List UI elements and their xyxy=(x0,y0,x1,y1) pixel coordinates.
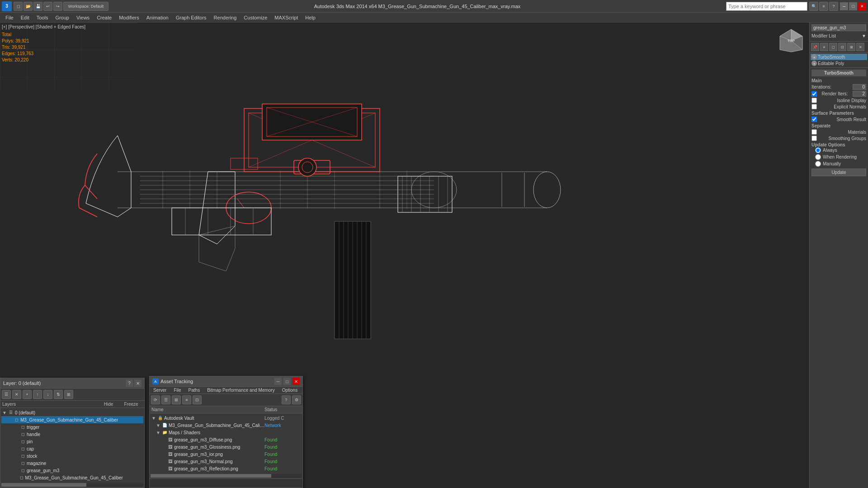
menu-rendering[interactable]: Rendering xyxy=(210,14,241,21)
asset-list-item[interactable]: 🖼 grease_gun_m3_Glossiness.png Found xyxy=(151,443,302,450)
layer-tool-4[interactable]: ↓ xyxy=(43,390,52,399)
asset-list-item[interactable]: 🖼 grease_gun_m3_Reflection.png Found xyxy=(151,465,302,472)
open-button[interactable]: 📂 xyxy=(24,2,33,11)
ts-explicit-checkbox[interactable] xyxy=(811,104,817,109)
ts-when-rendering-radio[interactable] xyxy=(815,154,821,160)
menu-help[interactable]: Help xyxy=(302,14,319,21)
layer-item-name: M3_Grease_Gun_Submachine_Gun_45_Caliber xyxy=(25,475,123,480)
menu-customize[interactable]: Customize xyxy=(240,14,271,21)
menu-create[interactable]: Create xyxy=(93,14,115,21)
ts-update-button[interactable]: Update xyxy=(811,169,866,176)
asset-menu-item[interactable]: Paths xyxy=(185,387,204,394)
asset-list-item[interactable]: ▼ 📄 M3_Grease_Gun_Submachine_Gun_45_Cali… xyxy=(151,422,302,429)
ts-materials-checkbox[interactable] xyxy=(811,129,817,135)
asset-menu-item[interactable]: File xyxy=(170,387,184,394)
layer-tool-5[interactable]: ⇅ xyxy=(54,390,63,399)
layer-list-item[interactable]: ◻ M3_Grease_Gun_Submachine_Gun_45_Calibe… xyxy=(1,474,143,481)
menu-modifiers[interactable]: Modifiers xyxy=(115,14,143,21)
modifier-turbosmooth[interactable]: ● TurboSmooth xyxy=(811,54,867,60)
minimize-button[interactable]: ─ xyxy=(840,2,848,10)
undo-button[interactable]: ↩ xyxy=(43,2,52,11)
ts-smoothing-groups-checkbox[interactable] xyxy=(811,136,817,141)
asset-tool-1[interactable]: ⟳ xyxy=(151,395,160,404)
asset-scrollbar-h[interactable] xyxy=(151,474,302,478)
layer-tool-3[interactable]: ↑ xyxy=(33,390,42,399)
asset-menu-item[interactable]: Bitmap Performance and Memory xyxy=(203,387,278,394)
close-button[interactable]: ✕ xyxy=(858,2,866,10)
mod-icon-stack[interactable]: ≡ xyxy=(820,43,828,51)
new-button[interactable]: ◻ xyxy=(14,2,23,11)
layer-scrollbar-h[interactable] xyxy=(1,483,143,487)
layer-close-button[interactable]: ✕ xyxy=(134,380,142,387)
layer-list-item[interactable]: ◻ stock xyxy=(1,452,143,460)
layer-tool-6[interactable]: ⊞ xyxy=(64,390,73,399)
asset-list-item[interactable]: ▼ 🔒 Autodesk Vault Logged C xyxy=(151,414,302,422)
ts-render-iters-input[interactable] xyxy=(853,91,866,97)
asset-tool-2[interactable]: ☰ xyxy=(161,395,170,404)
asset-expand-icon: ▼ xyxy=(156,423,161,428)
layer-list-item[interactable]: ◻ cap xyxy=(1,445,143,452)
object-name-input[interactable] xyxy=(811,24,866,31)
help-button[interactable]: ? xyxy=(829,2,838,11)
search-button[interactable]: 🔍 xyxy=(809,2,818,11)
layer-list-item[interactable]: ▼ ☰ 0 (default) xyxy=(1,409,143,416)
layer-list-item[interactable]: ◻ handle xyxy=(1,431,143,438)
layer-list-item[interactable]: ◻ trigger xyxy=(1,423,143,431)
asset-tool-5[interactable]: ⊡ xyxy=(193,395,202,404)
asset-menu-item[interactable]: Options xyxy=(278,387,301,394)
save-button[interactable]: 💾 xyxy=(33,2,42,11)
mod-icon-pin[interactable]: 📌 xyxy=(811,43,819,51)
asset-list-item[interactable]: 🖼 grease_gun_m3_Diffuse.png Found xyxy=(151,436,302,443)
menu-graph-editors[interactable]: Graph Editors xyxy=(172,14,210,21)
navigation-cube[interactable]: TOP xyxy=(778,27,805,54)
asset-tool-4[interactable]: ≡ xyxy=(182,395,191,404)
menu-edit[interactable]: Edit xyxy=(17,14,33,21)
asset-scrollbar-thumb[interactable] xyxy=(151,474,271,478)
ts-manually-radio[interactable] xyxy=(815,161,821,167)
mod-icon-3[interactable]: ◻ xyxy=(829,43,837,51)
layer-list-item[interactable]: ◻ grease_gun_m3 xyxy=(1,467,143,474)
layer-list-item[interactable]: ◻ magazine xyxy=(1,460,143,467)
menu-group[interactable]: Group xyxy=(52,14,73,21)
asset-tool-3[interactable]: ⊞ xyxy=(172,395,181,404)
asset-close-button[interactable]: ✕ xyxy=(292,378,300,385)
ts-iterations-input[interactable] xyxy=(853,84,866,90)
redo-button[interactable]: ↪ xyxy=(53,2,62,11)
mod-icon-6[interactable]: ✕ xyxy=(856,43,864,51)
ts-always-radio[interactable] xyxy=(815,147,821,153)
modifier-list-dropdown[interactable]: ▼ xyxy=(862,33,866,38)
layer-tool-add[interactable]: + xyxy=(23,390,32,399)
asset-minimize-button[interactable]: ─ xyxy=(274,378,282,385)
modifier-editable-poly-bulb[interactable]: ● xyxy=(811,61,817,66)
asset-settings-icon[interactable]: ⚙ xyxy=(292,395,301,404)
menu-views[interactable]: Views xyxy=(73,14,93,21)
workspace-dropdown[interactable]: Workspace: Default xyxy=(63,2,108,11)
asset-menu-item[interactable]: Server xyxy=(150,387,170,394)
maximize-button[interactable]: □ xyxy=(849,2,857,10)
menu-animation[interactable]: Animation xyxy=(143,14,172,21)
menu-tools[interactable]: Tools xyxy=(33,14,52,21)
layer-tool-1[interactable]: ☰ xyxy=(2,390,11,399)
modifier-visibility-bulb[interactable]: ● xyxy=(811,54,817,60)
mod-icon-4[interactable]: ⊡ xyxy=(838,43,846,51)
viewport-3d[interactable]: [+] [Perspective] [Shaded + Edged Faces]… xyxy=(0,23,809,488)
asset-list-item[interactable]: 🖼 grease_gun_m3_ior.png Found xyxy=(151,450,302,458)
menu-maxscript[interactable]: MAXScript xyxy=(271,14,302,21)
asset-maximize-button[interactable]: □ xyxy=(283,378,291,385)
mod-icon-5[interactable]: ⊞ xyxy=(847,43,855,51)
asset-help-icon[interactable]: ? xyxy=(282,395,291,404)
menu-file[interactable]: File xyxy=(2,14,17,21)
layer-list-item[interactable]: ◻ M3_Grease_Gun_Submachine_Gun_45_Calibe… xyxy=(1,416,143,423)
ts-render-iters-checkbox[interactable] xyxy=(811,91,817,97)
modifier-editable-poly[interactable]: ● Editable Poly xyxy=(811,60,867,66)
layer-list-item[interactable]: ◻ pin xyxy=(1,438,143,445)
search-input[interactable] xyxy=(726,2,807,11)
ts-smooth-result-checkbox[interactable] xyxy=(811,117,817,122)
layer-tool-delete[interactable]: ✕ xyxy=(12,390,21,399)
ts-isoline-checkbox[interactable] xyxy=(811,98,817,103)
layer-scrollbar-thumb[interactable] xyxy=(1,483,86,487)
layer-help-button[interactable]: ? xyxy=(126,380,133,387)
asset-list-item[interactable]: ▼ 📁 Maps / Shaders xyxy=(151,429,302,436)
asset-list-item[interactable]: 🖼 grease_gun_m3_Normal.png Found xyxy=(151,458,302,465)
search-options[interactable]: ≡ xyxy=(819,2,828,11)
